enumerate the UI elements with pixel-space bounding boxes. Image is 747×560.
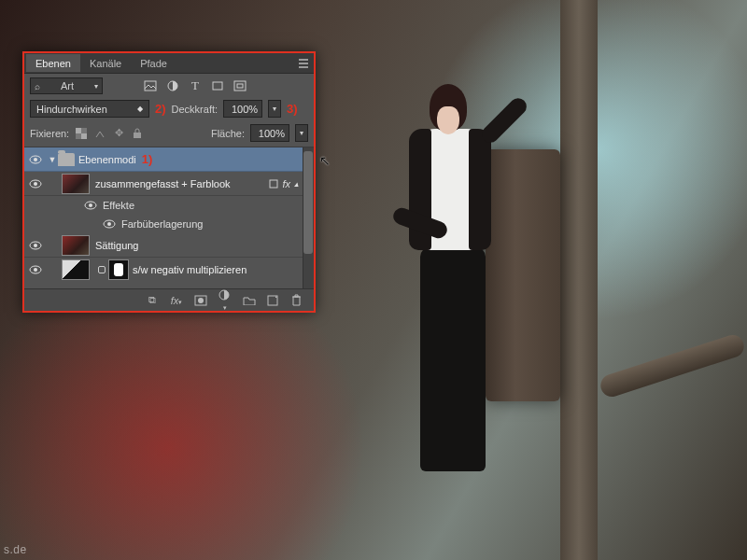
layer-fx-indicator[interactable]: fx ▴ <box>269 178 303 189</box>
layer-name: Sättigung <box>95 240 138 251</box>
effects-label: Effekte <box>103 200 134 211</box>
layer-link-icon <box>98 266 106 273</box>
link-layers-icon[interactable]: ⧉ <box>146 294 159 306</box>
opacity-input[interactable]: 100% <box>223 100 262 118</box>
tab-layers[interactable]: Ebenen <box>26 54 80 72</box>
panel-footer: ⧉ fx▾ ▾ <box>24 288 314 311</box>
lock-row: Fixieren: ✥ Fläche: 100% ▾ <box>24 121 314 147</box>
svg-rect-0 <box>145 81 156 91</box>
svg-rect-6 <box>76 128 81 133</box>
fill-input[interactable]: 100% <box>250 124 289 142</box>
disclosure-icon[interactable]: ▼ <box>47 155 58 164</box>
annotation-2: 2) <box>155 102 166 116</box>
svg-rect-13 <box>270 180 277 188</box>
chevron-up-icon[interactable]: ▴ <box>294 179 299 189</box>
annotation-3: 3) <box>287 102 298 116</box>
add-adjustment-icon[interactable]: ▾ <box>218 289 232 312</box>
filter-pixel-icon[interactable] <box>142 77 159 94</box>
svg-rect-8 <box>134 133 141 138</box>
panel-tabs: Ebenen Kanäle Pfade <box>24 53 314 74</box>
layer-row[interactable]: zusammengefasst + Farblook fx ▴ <box>24 172 314 196</box>
layer-effects-row[interactable]: Effekte <box>24 196 314 215</box>
layer-list: ↖ ▼ Ebenenmodi 1) zusammengefasst + Farb… <box>24 147 314 282</box>
svg-rect-4 <box>237 84 243 88</box>
scrollbar-thumb[interactable] <box>303 151 313 254</box>
panel-menu-icon[interactable] <box>293 53 314 74</box>
visibility-toggle-icon[interactable] <box>24 155 47 164</box>
filter-kind-select[interactable]: ⌕ Art ▾ <box>30 77 103 94</box>
add-style-icon[interactable]: fx▾ <box>170 295 183 306</box>
visibility-toggle-icon[interactable] <box>103 219 116 229</box>
lock-label: Fixieren: <box>30 128 69 139</box>
svg-point-10 <box>34 158 37 161</box>
lock-pixels-icon[interactable] <box>93 127 106 140</box>
filter-kind-label: Art <box>61 80 74 91</box>
layer-row[interactable]: s/w negativ multiplizieren <box>24 258 314 282</box>
watermark-text: s.de <box>4 543 27 556</box>
svg-point-21 <box>34 268 37 272</box>
folder-icon <box>58 153 75 166</box>
svg-point-17 <box>107 222 111 226</box>
layer-group-name: Ebenenmodi <box>78 154 136 165</box>
layer-mask-thumbnail <box>108 259 129 280</box>
mouse-cursor-icon: ↖ <box>319 153 331 168</box>
blend-mode-select[interactable]: Hindurchwirken ◆ <box>30 100 149 118</box>
visibility-toggle-icon[interactable] <box>24 241 47 250</box>
layer-thumbnail <box>62 235 90 256</box>
tab-channels[interactable]: Kanäle <box>80 54 131 72</box>
layer-group-row[interactable]: ▼ Ebenenmodi 1) <box>24 147 314 172</box>
svg-rect-7 <box>81 133 87 139</box>
blend-mode-value: Hindurchwirken <box>36 104 107 115</box>
lock-transparency-icon[interactable] <box>75 127 88 140</box>
layer-effect-item[interactable]: Farbüberlagerung <box>24 215 314 233</box>
filter-smart-icon[interactable] <box>232 77 248 94</box>
lock-all-icon[interactable] <box>131 127 144 140</box>
annotation-1: 1) <box>142 152 153 166</box>
layer-thumbnail <box>62 259 90 280</box>
layer-name: s/w negativ multiplizieren <box>133 264 247 275</box>
new-layer-icon[interactable] <box>267 295 280 306</box>
svg-point-12 <box>34 182 37 186</box>
svg-point-19 <box>34 244 37 247</box>
blend-row: Hindurchwirken ◆ 2) Deckkraft: 100% ▾ 3) <box>24 98 314 121</box>
visibility-toggle-icon[interactable] <box>84 201 97 210</box>
filter-adjust-icon[interactable] <box>164 77 181 94</box>
fx-link-icon <box>269 179 278 189</box>
new-group-icon[interactable] <box>243 295 256 305</box>
bg-pipe <box>560 0 598 560</box>
filter-shape-icon[interactable] <box>209 77 226 94</box>
opacity-caret[interactable]: ▾ <box>268 100 281 118</box>
fill-label: Fläche: <box>211 128 245 139</box>
filter-row: ⌕ Art ▾ T <box>24 74 314 98</box>
add-mask-icon[interactable] <box>194 295 207 306</box>
svg-rect-3 <box>234 81 246 91</box>
layer-row[interactable]: Sättigung <box>24 233 314 258</box>
opacity-label: Deckkraft: <box>172 104 218 115</box>
visibility-toggle-icon[interactable] <box>24 265 47 274</box>
layer-name: zusammengefasst + Farblook <box>95 178 231 189</box>
fill-caret[interactable]: ▾ <box>295 124 308 142</box>
tab-paths[interactable]: Pfade <box>131 54 176 72</box>
layer-thumbnail <box>62 174 90 194</box>
svg-point-23 <box>198 298 204 303</box>
delete-layer-icon[interactable] <box>291 294 304 306</box>
lock-position-icon[interactable]: ✥ <box>112 127 125 140</box>
effect-name: Farbüberlagerung <box>121 218 203 230</box>
svg-rect-2 <box>213 82 222 90</box>
visibility-toggle-icon[interactable] <box>24 179 47 189</box>
filter-type-icon[interactable]: T <box>187 77 204 94</box>
bg-person <box>364 75 532 485</box>
layers-panel: Ebenen Kanäle Pfade ⌕ Art ▾ T Hindurchwi… <box>22 51 316 313</box>
scrollbar[interactable] <box>303 147 314 295</box>
svg-point-15 <box>89 203 92 207</box>
